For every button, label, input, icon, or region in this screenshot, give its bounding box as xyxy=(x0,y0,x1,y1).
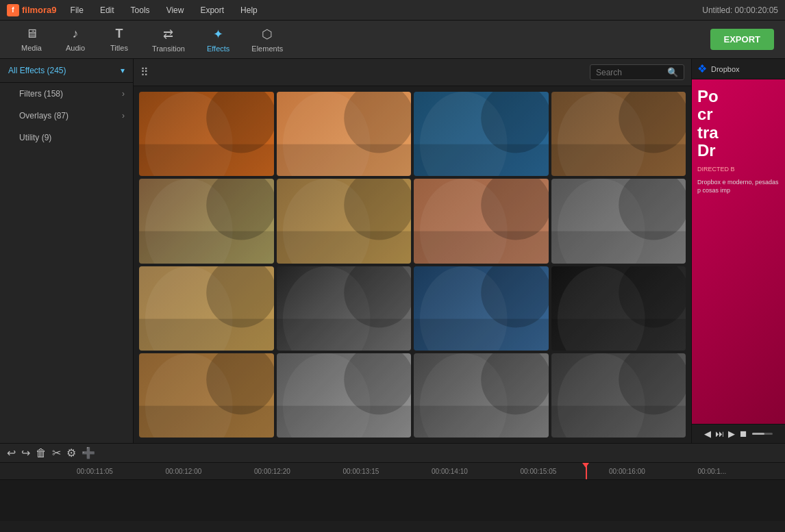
effects-grid: 70s 1977 xyxy=(134,86,691,443)
effect-item-aibao[interactable]: Aibao xyxy=(551,92,686,176)
menu-edit[interactable]: Edit xyxy=(97,5,117,15)
thumb-inner xyxy=(139,179,274,263)
titles-icon: T xyxy=(116,27,123,41)
search-icon: 🔍 xyxy=(667,67,678,77)
dropbox-header: ❖ Dropbox xyxy=(692,59,785,79)
thumb-svg xyxy=(139,353,274,438)
toolbar-titles[interactable]: T Titles xyxy=(99,23,140,56)
sidebar-item-filters[interactable]: Filters (158) › xyxy=(0,83,133,105)
menu-file[interactable]: File xyxy=(68,5,86,15)
sidebar-all-effects[interactable]: All Effects (245) ▾ xyxy=(0,59,133,83)
undo-button[interactable]: ↩ xyxy=(7,446,16,459)
stop-button[interactable]: ⏹ xyxy=(739,429,748,439)
dropbox-label: Dropbox xyxy=(711,65,740,73)
settings-button[interactable]: ⚙ xyxy=(66,446,76,459)
chevron-right-icon: › xyxy=(122,89,125,99)
effect-item-auto-enhance[interactable]: Auto Enhance xyxy=(139,266,274,351)
overlays-label: Overlays (87) xyxy=(19,111,68,121)
timecode: 00:00:20:05 xyxy=(735,5,778,15)
shape3 xyxy=(139,405,274,438)
menu-view[interactable]: View xyxy=(164,5,187,15)
shape3 xyxy=(414,144,549,177)
effect-thumbnail xyxy=(551,353,686,438)
shape3 xyxy=(277,231,412,264)
timemark-8: 00:00:1... xyxy=(697,468,786,475)
effect-item-bw-noise[interactable]: B&W Noise xyxy=(277,266,412,351)
effect-item-row4-3[interactable] xyxy=(414,353,549,438)
thumb-inner xyxy=(414,353,549,438)
effect-thumbnail xyxy=(139,179,274,263)
thumb-svg xyxy=(139,179,274,263)
shape3 xyxy=(551,405,686,438)
thumb-svg xyxy=(277,179,412,263)
thumb-inner xyxy=(551,353,686,438)
shape3 xyxy=(551,231,686,264)
thumb-inner xyxy=(277,353,412,438)
effect-item-row4-1[interactable] xyxy=(139,353,274,438)
toolbar-media[interactable]: 🖥 Media xyxy=(11,23,52,56)
delete-button[interactable]: 🗑 xyxy=(36,447,47,459)
effect-item-aegean[interactable]: Aegean xyxy=(414,92,549,176)
effect-item-amplash[interactable]: AmPlash xyxy=(277,179,412,263)
audio-icon: ♪ xyxy=(73,27,79,41)
add-track-button[interactable]: ➕ xyxy=(82,446,95,459)
search-input[interactable] xyxy=(596,68,664,77)
toolbar-audio[interactable]: ♪ Audio xyxy=(55,23,96,56)
menu-help[interactable]: Help xyxy=(238,5,260,15)
toolbar-elements-label: Elements xyxy=(251,45,283,53)
toolbar-effects[interactable]: ✦ Effects xyxy=(197,23,239,57)
effect-item-arizona[interactable]: Arizona xyxy=(414,179,549,263)
app-logo: f filmora9 xyxy=(7,4,57,16)
chevron-down-icon: ▾ xyxy=(121,66,125,75)
thumb-inner xyxy=(414,92,549,176)
timeline-toolbar: ↩ ↪ 🗑 ✂ ⚙ ➕ xyxy=(0,444,785,463)
effect-thumbnail xyxy=(277,92,412,176)
effect-item-bad-tv[interactable]: Bad TV Signal xyxy=(414,266,549,351)
thumb-svg xyxy=(414,179,549,263)
toolbar-elements[interactable]: ⬡ Elements xyxy=(242,23,292,57)
timeline-track[interactable] xyxy=(0,480,785,521)
redo-button[interactable]: ↪ xyxy=(21,446,30,459)
effect-thumbnail xyxy=(414,92,549,176)
shape3 xyxy=(277,405,412,438)
prev-frame-button[interactable]: ◀ xyxy=(704,429,711,439)
transition-icon: ⇄ xyxy=(163,27,173,42)
grid-view-icon[interactable]: ⠿ xyxy=(140,66,149,79)
effect-item-row4-4[interactable] xyxy=(551,353,686,438)
preview-panel: ❖ Dropbox PocrtraDr DIRECTED B Dropbox e… xyxy=(691,59,785,443)
sidebar-item-overlays[interactable]: Overlays (87) › xyxy=(0,105,133,127)
menu-export[interactable]: Export xyxy=(197,5,227,15)
effect-thumbnail xyxy=(414,353,549,438)
menu-tools[interactable]: Tools xyxy=(128,5,153,15)
toolbar: 🖥 Media ♪ Audio T Titles ⇄ Transition ✦ … xyxy=(0,21,785,59)
effect-thumbnail xyxy=(551,179,686,263)
shape3 xyxy=(551,318,686,351)
cut-button[interactable]: ✂ xyxy=(52,446,61,459)
effect-item-row4-2[interactable] xyxy=(277,353,412,438)
effect-item-70s[interactable]: 70s xyxy=(139,92,274,176)
thumb-svg xyxy=(414,266,549,351)
thumb-svg xyxy=(277,353,412,438)
sidebar: All Effects (245) ▾ Filters (158) › Over… xyxy=(0,59,134,443)
ad-body: Dropbox e moderno, pesadas p cosas imp xyxy=(697,178,780,195)
project-info: Untitled: 00:00:20:05 xyxy=(702,5,778,15)
thumb-inner xyxy=(277,179,412,263)
effect-item-baltan[interactable]: Baltan xyxy=(551,266,686,351)
thumb-svg xyxy=(414,353,549,438)
play-button[interactable]: ▶ xyxy=(728,429,735,439)
effect-item-ash[interactable]: Ash xyxy=(551,179,686,263)
export-button[interactable]: EXPORT xyxy=(710,29,774,50)
effect-thumbnail xyxy=(139,92,274,176)
toolbar-titles-label: Titles xyxy=(110,44,128,52)
next-frame-button[interactable]: ⏭ xyxy=(715,429,724,439)
volume-slider[interactable] xyxy=(752,433,773,435)
toolbar-audio-label: Audio xyxy=(66,44,85,52)
effect-item-amaro[interactable]: Amaro xyxy=(139,179,274,263)
timemark-1: 00:00:11:05 xyxy=(75,468,164,475)
thumb-inner xyxy=(414,266,549,351)
effect-item-1977[interactable]: 1977 xyxy=(277,92,412,176)
playhead xyxy=(586,463,587,480)
sidebar-item-utility[interactable]: Utility (9) xyxy=(0,127,133,149)
toolbar-transition[interactable]: ⇄ Transition xyxy=(142,23,195,57)
toolbar-transition-label: Transition xyxy=(152,45,185,53)
